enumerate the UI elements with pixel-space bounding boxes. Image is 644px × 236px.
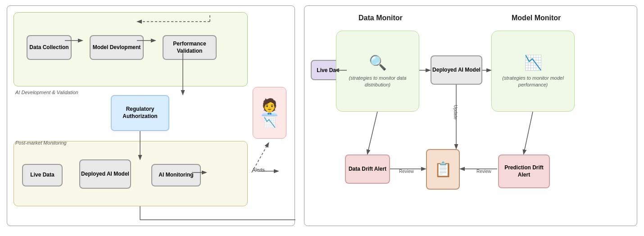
- model-monitor-title: Model Monitor: [512, 14, 561, 22]
- data-collection-box: Data Collection: [27, 35, 72, 60]
- post-market-label: Post-market Monitoring: [15, 140, 67, 145]
- ai-dev-section: Data Collection Model Devlopment Perform…: [14, 12, 248, 86]
- performance-validation-box: Performance Validation: [163, 35, 217, 60]
- person-alert-box: 🧑‍💼 📉: [253, 87, 286, 139]
- left-diagram: Corrective Action: Data Collection Model…: [7, 5, 295, 226]
- person-chart-icon: 🧑‍💼: [259, 98, 280, 117]
- regulatory-authorization-box: Regulatory Authorization: [111, 95, 169, 131]
- ai-monitoring-box: AI Monitoring: [151, 164, 201, 186]
- update-label: Update: [453, 105, 458, 119]
- main-container: Corrective Action: Data Collection Model…: [7, 5, 637, 231]
- declining-chart-icon: 📉: [524, 54, 542, 71]
- model-development-box: Model Devlopment: [90, 35, 144, 60]
- bar-chart-icon: 📉: [263, 117, 276, 128]
- review-box: 📋: [426, 149, 460, 190]
- data-monitor-title: Data Monitor: [358, 14, 403, 22]
- review-label-right: Review: [476, 169, 491, 174]
- alerts-label: Alerts: [252, 167, 265, 172]
- data-monitor-box: 🔍 (strategies to monitor data distributi…: [336, 31, 419, 112]
- review-label-left: Review: [399, 169, 414, 174]
- prediction-drift-alert-box: Prediction Drift Alert: [498, 154, 550, 188]
- live-data-box-left: Live Data: [22, 164, 63, 186]
- review-doc-icon: 📋: [434, 161, 452, 178]
- svg-line-15: [367, 112, 377, 154]
- deployed-ai-model-box: Deployed AI Model: [79, 159, 131, 189]
- svg-line-19: [524, 112, 533, 154]
- model-monitor-box: 📉 (strategies to monitor model performan…: [491, 31, 575, 112]
- data-drift-alert-box: Data Drift Alert: [345, 154, 390, 184]
- right-diagram: Data Monitor Model Monitor Live Data 🔍 (…: [304, 5, 637, 226]
- search-chart-icon: 🔍: [369, 54, 387, 71]
- ai-dev-label: AI Development & Validation: [15, 90, 78, 95]
- post-market-section: Live Data Deployed AI Model AI Monitorin…: [14, 141, 248, 206]
- deployed-ai-model-right-box: Deployed AI Model: [431, 55, 482, 85]
